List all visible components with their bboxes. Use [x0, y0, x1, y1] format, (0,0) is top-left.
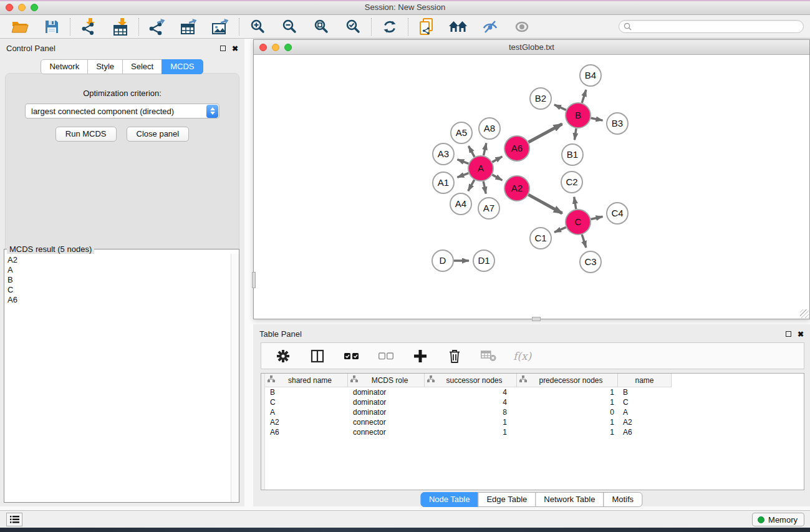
float-panel-icon[interactable]: [220, 46, 226, 51]
edge-A6-B[interactable]: [528, 124, 562, 142]
table-row[interactable]: A2connector11A2: [265, 417, 804, 427]
edge-B-B4[interactable]: [582, 90, 586, 103]
column-header-successor-nodes[interactable]: successor nodes: [425, 374, 517, 387]
left-splitter-handle[interactable]: [252, 272, 256, 288]
home-icon[interactable]: [448, 17, 468, 37]
mcds-item[interactable]: A6: [7, 295, 239, 305]
mcds-item[interactable]: A2: [7, 255, 239, 265]
edge-B-B2[interactable]: [554, 105, 566, 110]
node-label-B: B: [575, 110, 581, 120]
edge-A-A5[interactable]: [468, 146, 475, 157]
search-input[interactable]: [632, 22, 803, 32]
table-row[interactable]: Cdominator41C: [265, 397, 804, 407]
node-label-A4: A4: [455, 198, 466, 209]
table-row[interactable]: Bdominator41B: [265, 387, 804, 397]
memory-button[interactable]: Memory: [752, 513, 804, 526]
close-window-button[interactable]: [6, 4, 13, 11]
export-network-icon[interactable]: [147, 17, 167, 37]
add-column-icon[interactable]: [410, 346, 430, 366]
save-session-icon[interactable]: [42, 17, 62, 37]
close-panel-icon[interactable]: ✖: [232, 46, 238, 52]
close-table-panel-icon[interactable]: ✖: [798, 331, 804, 337]
close-panel-button[interactable]: Close panel: [127, 127, 190, 142]
import-table-icon[interactable]: [110, 17, 130, 37]
criterion-select[interactable]: largest connected component (directed): [25, 104, 219, 118]
tab-network[interactable]: Network: [41, 59, 88, 74]
network-zoom-button[interactable]: [284, 44, 292, 51]
column-header-predecessor-nodes[interactable]: predecessor nodes: [517, 374, 618, 387]
clone-network-icon[interactable]: [417, 17, 436, 37]
edge-C-C2[interactable]: [574, 197, 576, 210]
edge-A-A2[interactable]: [492, 175, 502, 180]
tab-style[interactable]: Style: [87, 59, 123, 74]
column-header-MCDS-role[interactable]: MCDS role: [348, 374, 425, 387]
cell-shared-name: A2: [265, 418, 348, 427]
edge-A2-C[interactable]: [528, 195, 562, 213]
select-all-icon[interactable]: [342, 346, 362, 366]
tab-edge-table[interactable]: Edge Table: [478, 492, 536, 507]
cell-shared-name: C: [265, 398, 348, 407]
edge-A-A6[interactable]: [492, 157, 502, 162]
open-session-icon[interactable]: [10, 17, 30, 37]
edge-A-A4[interactable]: [468, 180, 475, 191]
edge-A-A7[interactable]: [483, 181, 486, 194]
tab-network-table[interactable]: Network Table: [535, 492, 604, 507]
tab-node-table[interactable]: Node Table: [420, 492, 479, 507]
mcds-result-list: A2ABCA6: [4, 254, 239, 502]
unselect-all-icon[interactable]: [376, 346, 396, 366]
minimize-window-button[interactable]: [18, 4, 26, 11]
table-panel: Table Panel ✖ f(x) shared nameMCD: [253, 324, 810, 506]
export-table-icon[interactable]: [179, 17, 199, 37]
export-image-icon[interactable]: [211, 17, 231, 37]
network-close-button[interactable]: [259, 44, 267, 51]
column-header-name[interactable]: name: [618, 374, 672, 387]
cell-predecessor-nodes: 0: [517, 408, 618, 417]
tab-select[interactable]: Select: [122, 59, 162, 74]
search-field[interactable]: [619, 20, 804, 33]
show-eye-icon[interactable]: [512, 17, 532, 37]
zoom-in-icon[interactable]: [248, 17, 268, 37]
tab-motifs[interactable]: Motifs: [603, 492, 642, 507]
edge-C-C4[interactable]: [591, 216, 602, 219]
zoom-fit-icon[interactable]: [311, 17, 331, 37]
import-network-icon[interactable]: [79, 17, 99, 37]
float-table-panel-icon[interactable]: [786, 331, 791, 337]
resize-grip[interactable]: [800, 309, 809, 318]
node-label-A7: A7: [483, 203, 494, 213]
task-history-button[interactable]: [6, 513, 22, 526]
zoom-selected-icon[interactable]: [343, 17, 363, 37]
edge-B-B1[interactable]: [574, 128, 576, 140]
tab-mcds[interactable]: MCDS: [162, 59, 203, 74]
gear-icon[interactable]: [273, 346, 293, 366]
edge-A-A3[interactable]: [457, 160, 468, 164]
mcds-item[interactable]: A: [7, 265, 239, 275]
node-label-A8: A8: [484, 123, 495, 133]
bottom-splitter-handle[interactable]: [532, 317, 541, 321]
run-mcds-button[interactable]: Run MCDS: [55, 127, 117, 142]
edge-C-C1[interactable]: [554, 227, 566, 232]
node-label-D: D: [440, 255, 446, 266]
mcds-scrollbar[interactable]: [231, 254, 239, 502]
node-label-A5: A5: [456, 127, 467, 138]
hide-graphics-details-icon[interactable]: [480, 17, 500, 37]
network-canvas[interactable]: B4B2BB3A8A5A6A3B1AA1C2A2A4A7C4CC1C3DD1: [254, 56, 809, 319]
table-row[interactable]: A6connector11A6: [265, 427, 804, 437]
split-column-icon[interactable]: [307, 346, 327, 366]
delete-table-icon[interactable]: [479, 346, 499, 366]
column-header-shared-name[interactable]: shared name: [265, 374, 348, 387]
network-minimize-button[interactable]: [272, 44, 279, 51]
mcds-result-box: MCDS result (5 nodes) A2ABCA6: [4, 244, 239, 503]
delete-icon[interactable]: [445, 346, 465, 366]
mcds-item[interactable]: B: [7, 275, 239, 285]
function-builder-icon[interactable]: f(x): [513, 350, 531, 362]
edge-A-A1[interactable]: [457, 173, 468, 178]
table-row[interactable]: Adominator80A: [265, 407, 804, 417]
hierarchy-icon: [268, 375, 275, 385]
mcds-item[interactable]: C: [7, 285, 239, 295]
zoom-out-icon[interactable]: [279, 17, 299, 37]
edge-B-B3[interactable]: [591, 118, 603, 120]
zoom-window-button[interactable]: [31, 4, 38, 11]
edge-A-A8[interactable]: [483, 143, 486, 155]
edge-C-C3[interactable]: [582, 235, 586, 248]
refresh-icon[interactable]: [380, 17, 400, 37]
